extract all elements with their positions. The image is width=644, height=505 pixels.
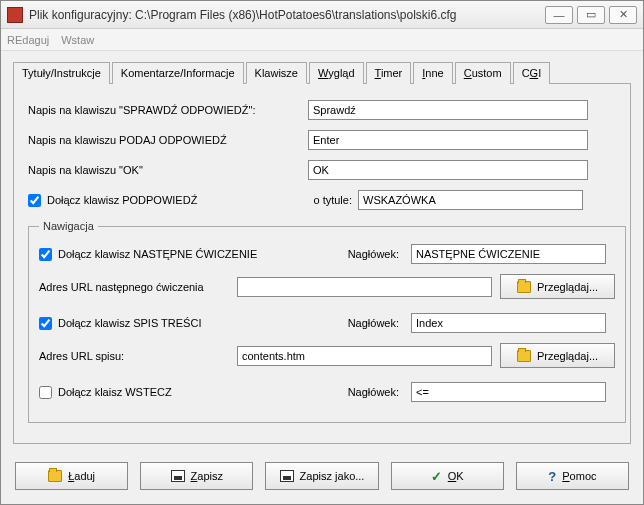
load-button[interactable]: Ładuj: [15, 462, 128, 490]
navigation-legend: Nawigacja: [39, 220, 98, 232]
include-hint-checkbox[interactable]: [28, 194, 41, 207]
include-back-checkbox[interactable]: [39, 386, 52, 399]
navigation-group: Nawigacja Dołącz klawisz NASTĘPNE ĆWICZE…: [28, 220, 626, 423]
ok-caption-label: Napis na klawiszu "OK": [28, 164, 308, 176]
close-button[interactable]: ✕: [609, 6, 637, 24]
ok-button[interactable]: ✓ OK: [391, 462, 504, 490]
menu-insert[interactable]: Wstaw: [61, 34, 94, 46]
toc-url-label: Adres URL spisu:: [39, 350, 229, 362]
help-button[interactable]: ? Pomoc: [516, 462, 629, 490]
tab-comments[interactable]: Komentarze/Informacje: [112, 62, 244, 84]
toc-url-input[interactable]: [237, 346, 492, 366]
save-icon: [280, 470, 294, 482]
help-icon: ?: [548, 469, 556, 484]
include-toc-checkbox[interactable]: [39, 317, 52, 330]
check-answer-input[interactable]: [308, 100, 588, 120]
include-back-label: Dołącz klaisz WSTECZ: [58, 386, 172, 398]
menu-edit[interactable]: REdaguj: [7, 34, 49, 46]
footer-buttons: Ładuj Zapisz Zapisz jako... ✓ OK ? Pomoc: [1, 452, 643, 500]
folder-icon: [517, 350, 531, 362]
next-url-input[interactable]: [237, 277, 492, 297]
next-header-input[interactable]: [411, 244, 606, 264]
give-answer-label: Napis na klawiszu PODAJ ODPOWIEDŹ: [28, 134, 308, 146]
folder-icon: [48, 470, 62, 482]
check-icon: ✓: [431, 469, 442, 484]
menubar: REdaguj Wstaw: [1, 29, 643, 51]
check-answer-label: Napis na klawiszu "SPRAWDŹ ODPOWIEDŹ":: [28, 104, 308, 116]
tab-titles[interactable]: Tytuły/Instrukcje: [13, 62, 110, 84]
save-button[interactable]: Zapisz: [140, 462, 253, 490]
include-next-label: Dołącz klawisz NASTĘPNE ĆWICZENIE: [58, 248, 257, 260]
include-hint-label: Dołącz klawisz PODPOWIEDŹ: [47, 194, 197, 206]
tabs: Tytuły/Instrukcje Komentarze/Informacje …: [13, 61, 631, 84]
maximize-button[interactable]: ▭: [577, 6, 605, 24]
next-browse-button[interactable]: Przeglądaj...: [500, 274, 615, 299]
give-answer-input[interactable]: [308, 130, 588, 150]
folder-icon: [517, 281, 531, 293]
next-url-label: Adres URL następnego ćwiczenia: [39, 281, 229, 293]
tab-keys[interactable]: Klawisze: [246, 62, 307, 84]
app-icon: [7, 7, 23, 23]
save-icon: [171, 470, 185, 482]
window-title: Plik konfiguracyjny: C:\Program Files (x…: [29, 8, 545, 22]
hint-title-input[interactable]: [358, 190, 583, 210]
tab-custom[interactable]: Custom: [455, 62, 511, 84]
toc-header-input[interactable]: [411, 313, 606, 333]
back-header-input[interactable]: [411, 382, 606, 402]
hint-title-label: o tytule:: [308, 194, 358, 206]
tab-other[interactable]: Inne: [413, 62, 452, 84]
toc-header-label: Nagłówek:: [337, 317, 403, 329]
tab-timer[interactable]: Timer: [366, 62, 412, 84]
tab-cgi[interactable]: CGI: [513, 62, 551, 84]
tab-panel: Napis na klawiszu "SPRAWDŹ ODPOWIEDŹ": N…: [13, 84, 631, 444]
next-header-label: Nagłówek:: [337, 248, 403, 260]
save-as-button[interactable]: Zapisz jako...: [265, 462, 378, 490]
back-header-label: Nagłówek:: [337, 386, 403, 398]
toc-browse-button[interactable]: Przeglądaj...: [500, 343, 615, 368]
tab-look[interactable]: Wygląd: [309, 62, 364, 84]
titlebar: Plik konfiguracyjny: C:\Program Files (x…: [1, 1, 643, 29]
minimize-button[interactable]: —: [545, 6, 573, 24]
ok-caption-input[interactable]: [308, 160, 588, 180]
include-next-checkbox[interactable]: [39, 248, 52, 261]
include-toc-label: Dołącz klawisz SPIS TREŚCI: [58, 317, 201, 329]
